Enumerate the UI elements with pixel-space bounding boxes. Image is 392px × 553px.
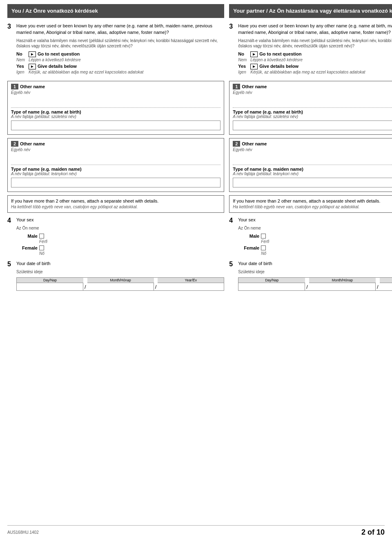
right-q5-month-header: Month/Hónap bbox=[309, 278, 376, 283]
right-q5-sep1: / bbox=[305, 283, 309, 290]
left-other-name-2-label-hu: Egyéb név bbox=[11, 147, 220, 152]
left-q5-month-field: Month/Hónap bbox=[87, 278, 154, 290]
left-other-name-1-label-en: Other name bbox=[20, 84, 45, 89]
right-other-name-1-header: 1 Other name bbox=[233, 84, 392, 89]
right-q5-month-field: Month/Hónap bbox=[309, 278, 376, 290]
right-q5-content: Your date of birth Születési ideje Day/N… bbox=[238, 261, 392, 291]
left-question-5: 5 Your date of birth Születési ideje Day… bbox=[7, 261, 224, 291]
left-other-name-2-box: 2 Other name Egyéb név Type of name (e.g… bbox=[7, 138, 224, 192]
left-other-name-2-type-en: Type of name (e.g. maiden name) bbox=[11, 167, 220, 172]
left-other-name-2-header: 2 Other name bbox=[11, 141, 220, 147]
left-more-names-text-hu: Ha kettőnél több egyéb neve van, csatolj… bbox=[11, 204, 220, 210]
right-q4-male-checkbox[interactable] bbox=[261, 234, 266, 239]
right-column-header: Your partner / Az Ön házastársára vagy é… bbox=[229, 4, 392, 18]
right-q3-content: Have you ever used or been known by any … bbox=[238, 23, 392, 77]
right-q3-no-goto-hu: Lépjen a következő kérdésre bbox=[250, 58, 303, 62]
left-other-name-1-type-en: Type of name (e.g. name at birth) bbox=[11, 109, 220, 114]
right-q3-no-row-hu: Nem Lépjen a következő kérdésre bbox=[238, 58, 392, 62]
left-q3-yes-hu: Igen bbox=[16, 70, 29, 74]
right-q5-dob-fields: Day/Nap / Month/Hónap / Year/Év bbox=[238, 277, 392, 291]
left-q3-no-hu: Nem bbox=[16, 58, 29, 62]
left-q3-text-en: Have you ever used or been known by any … bbox=[16, 23, 224, 36]
left-other-name-2-label-en: Other name bbox=[20, 141, 45, 146]
left-other-name-2-type-input[interactable] bbox=[11, 178, 220, 187]
right-q3-no-hu: Nem bbox=[238, 58, 250, 62]
right-q3-yes-row: Yes ► Give details below bbox=[238, 64, 392, 69]
right-q4-content: Your sex Az Ön neme Male Férfi Female Nő bbox=[238, 217, 392, 256]
right-other-name-1-type-input[interactable] bbox=[233, 120, 392, 130]
left-q4-number: 4 bbox=[7, 217, 14, 256]
right-other-name-1-number: 1 bbox=[233, 84, 240, 89]
left-question-4: 4 Your sex Az Ön neme Male Férfi Female … bbox=[7, 217, 224, 256]
right-q4-male-row: Male bbox=[238, 234, 392, 239]
right-q5-label-en: Your date of birth bbox=[238, 261, 392, 267]
right-other-name-1-label-en: Other name bbox=[242, 84, 267, 89]
left-other-name-1-label-hu: Egyéb név bbox=[11, 90, 220, 95]
right-other-name-1-input[interactable] bbox=[233, 96, 392, 108]
right-more-names-info: If you have more than 2 other names, att… bbox=[229, 195, 392, 213]
left-q4-label-hu: Az Ön neme bbox=[16, 225, 224, 231]
left-q3-yes-row-hu: Igen Kérjük, az alábbiakban adja meg az … bbox=[16, 70, 224, 74]
left-q4-male-checkbox[interactable] bbox=[39, 234, 44, 239]
left-other-name-2-input[interactable] bbox=[11, 154, 220, 165]
right-other-name-2-input[interactable] bbox=[233, 154, 392, 165]
left-other-name-1-type-input[interactable] bbox=[11, 120, 220, 130]
left-q4-male-row: Male bbox=[16, 234, 224, 239]
right-q5-day-input[interactable] bbox=[238, 283, 305, 290]
right-q5-year-input[interactable] bbox=[380, 283, 392, 290]
left-other-name-1-type-hu: A név fajtája (például: születési név) bbox=[11, 114, 220, 119]
right-q5-year-field: Year/Év bbox=[380, 278, 392, 290]
right-other-name-2-label-hu: Egyéb név bbox=[233, 147, 392, 152]
right-header-text: Your partner / Az Ön házastársára vagy é… bbox=[233, 8, 392, 14]
right-q3-number: 3 bbox=[229, 23, 236, 77]
left-q3-content: Have you ever used or been known by any … bbox=[16, 23, 224, 77]
left-q5-year-input[interactable] bbox=[158, 283, 224, 290]
right-q5-day-field: Day/Nap bbox=[238, 278, 305, 290]
left-q5-label-hu: Születési ideje bbox=[16, 269, 224, 275]
right-q3-no-goto-en: Go to next question bbox=[259, 51, 301, 57]
right-q5-month-input[interactable] bbox=[309, 283, 376, 290]
right-other-name-2-header: 2 Other name bbox=[233, 141, 392, 147]
right-q3-no-row: No ► Go to next question bbox=[238, 51, 392, 57]
left-q3-yes-goto-en: Give details below bbox=[38, 64, 77, 69]
right-q3-no-en: No bbox=[238, 51, 250, 57]
left-q3-no-goto-en: Go to next question bbox=[38, 51, 80, 57]
left-more-names-text-en: If you have more than 2 other names, att… bbox=[11, 198, 220, 204]
left-q5-month-header: Month/Hónap bbox=[87, 278, 154, 283]
right-q4-female-checkbox[interactable] bbox=[261, 245, 266, 250]
left-q4-content: Your sex Az Ön neme Male Férfi Female Nő bbox=[16, 217, 224, 256]
left-q4-male-en: Male bbox=[16, 234, 38, 239]
right-other-name-2-type-input[interactable] bbox=[233, 178, 392, 187]
left-q3-no-en: No bbox=[16, 51, 29, 57]
left-column-header: You / Az Önre vonatkozó kérdések bbox=[7, 4, 224, 18]
right-q3-text-hu: Használt-e valaha bármilyen más nevet (p… bbox=[238, 38, 392, 49]
left-other-name-1-number: 1 bbox=[11, 84, 18, 89]
left-q5-sep2: / bbox=[154, 283, 158, 290]
right-other-name-2-type-en: Type of name (e.g. maiden name) bbox=[233, 167, 392, 172]
left-q3-text-hu: Használt-e valaha bármilyen más nevet (p… bbox=[16, 38, 224, 49]
left-q3-no-row: No ► Go to next question bbox=[16, 51, 224, 57]
page-indicator: 2 of 10 bbox=[361, 528, 385, 537]
doc-number: AUS168HU.1402 bbox=[7, 530, 39, 535]
left-other-name-2-number: 2 bbox=[11, 141, 18, 147]
right-q4-female-en: Female bbox=[238, 245, 259, 250]
left-q5-year-header: Year/Év bbox=[158, 278, 224, 283]
left-other-name-1-input[interactable] bbox=[11, 96, 220, 108]
left-q5-content: Your date of birth Születési ideje Day/N… bbox=[16, 261, 224, 291]
right-q4-label-en: Your sex bbox=[238, 217, 392, 223]
right-other-name-2-number: 2 bbox=[233, 141, 240, 147]
right-q4-number: 4 bbox=[229, 217, 236, 256]
left-column: You / Az Önre vonatkozó kérdések 3 Have … bbox=[7, 4, 224, 519]
right-q4-label-hu: Az Ön neme bbox=[238, 225, 392, 231]
left-other-name-1-header: 1 Other name bbox=[11, 84, 220, 89]
left-q5-day-input[interactable] bbox=[17, 283, 83, 290]
left-other-name-1-box: 1 Other name Egyéb név Type of name (e.g… bbox=[7, 81, 224, 135]
right-q4-female-row: Female bbox=[238, 245, 392, 250]
right-other-name-1-type-en: Type of name (e.g. name at birth) bbox=[233, 109, 392, 114]
right-q3-yes-hu: Igen bbox=[238, 70, 250, 74]
right-question-3: 3 Have you ever used or been known by an… bbox=[229, 23, 392, 77]
left-q5-month-input[interactable] bbox=[87, 283, 154, 290]
left-q3-no-goto-hu: Lépjen a következő kérdésre bbox=[29, 58, 81, 62]
left-q4-female-checkbox[interactable] bbox=[39, 245, 44, 250]
left-q5-label-en: Your date of birth bbox=[16, 261, 224, 267]
